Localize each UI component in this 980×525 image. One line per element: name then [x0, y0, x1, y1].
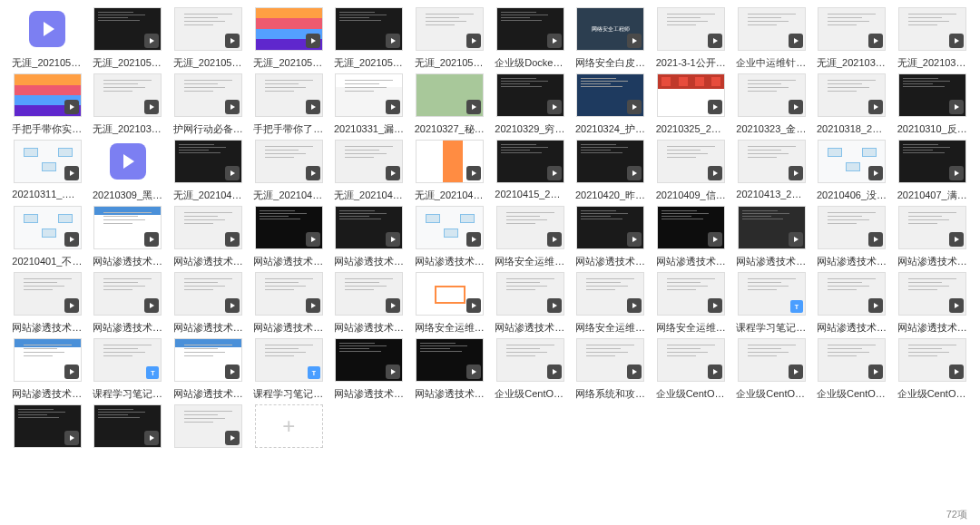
file-item[interactable]: 手把手带你了解...: [250, 73, 328, 136]
file-item[interactable]: 无涯_20210326_...: [90, 73, 167, 136]
play-icon: [627, 166, 642, 180]
file-item[interactable]: 网站渗透技术-07...: [814, 206, 891, 268]
file-thumbnail: [818, 73, 886, 117]
file-item[interactable]: [90, 404, 167, 453]
file-item[interactable]: 企业级CentOS系...: [814, 338, 891, 401]
file-item[interactable]: 网络安全运维班...: [573, 272, 650, 335]
file-thumbnail: [255, 206, 323, 249]
file-item[interactable]: 无涯_20210330_...: [894, 7, 971, 70]
file-item[interactable]: [170, 404, 247, 453]
file-item[interactable]: 20210331_漏克...: [331, 73, 408, 136]
file-label: 网络安全白皮书V...: [575, 56, 646, 70]
file-item[interactable]: 2021-3-1公开课...: [652, 7, 730, 70]
file-item[interactable]: 网站渗透技术-01...: [814, 272, 891, 335]
play-icon: [466, 34, 481, 48]
file-item[interactable]: 无涯_20210521_...: [90, 7, 167, 70]
file-item[interactable]: 网站渗透技术-04...: [250, 206, 328, 268]
file-item[interactable]: 无涯_20210328_...: [814, 7, 891, 70]
file-item[interactable]: 企业级CentOS系...: [733, 338, 810, 401]
file-item[interactable]: 网站渗透技术-05...: [492, 272, 569, 335]
file-item[interactable]: 网站渗透技术-03...: [894, 206, 971, 268]
play-icon: [386, 365, 400, 379]
play-icon: [386, 232, 400, 247]
file-item[interactable]: 网站渗透技术-05...: [170, 206, 247, 268]
file-item[interactable]: 网站渗透技术-02...: [9, 272, 86, 335]
file-item[interactable]: 网站渗透技术-04...: [894, 272, 971, 335]
file-item[interactable]: 网站渗透技术-02...: [170, 338, 247, 401]
file-item[interactable]: 20210325_21世...: [652, 73, 730, 136]
file-thumbnail: [657, 7, 725, 51]
file-item[interactable]: 20210407_满足...: [894, 140, 971, 202]
file-item[interactable]: 网络系统和攻防...: [573, 338, 650, 401]
file-item[interactable]: 无涯_20210423,...: [331, 140, 408, 202]
file-item[interactable]: 企业中运维针对...: [733, 7, 810, 70]
play-icon: [466, 298, 481, 313]
file-item[interactable]: 无涯_20210402_...: [411, 140, 488, 202]
file-item[interactable]: 20210329_穷端...: [492, 73, 569, 136]
file-item[interactable]: 护网行动必备技...: [170, 73, 247, 136]
file-item[interactable]: 20210318_21世...: [814, 73, 891, 136]
file-item[interactable]: 20210401_不会...: [9, 206, 86, 268]
file-item[interactable]: 网站渗透技术-02...: [411, 338, 488, 401]
file-item[interactable]: 企业级CentOS系...: [894, 338, 971, 401]
file-item[interactable]: 20210311_.mp4: [9, 140, 86, 202]
file-label: 20210415_2003...: [495, 189, 565, 199]
file-item[interactable]: 网站渗透技术-02...: [652, 206, 730, 268]
file-item[interactable]: 网站渗透技术-02...: [733, 206, 810, 268]
file-item[interactable]: 20210415_2003...: [492, 140, 569, 202]
file-item[interactable]: 网络安全运维班...: [492, 206, 569, 268]
file-thumbnail: [14, 272, 82, 316]
file-item[interactable]: 20210310_反黑...: [894, 73, 971, 136]
file-item[interactable]: 无涯_20210527_...: [250, 7, 328, 70]
file-thumbnail: [14, 338, 82, 382]
file-label: 网站渗透技术-09...: [253, 321, 324, 335]
file-item[interactable]: 网站渗透技术-06...: [331, 272, 408, 335]
file-item[interactable]: 网站渗透技术-02...: [331, 338, 408, 401]
play-icon: [627, 100, 642, 114]
file-item[interactable]: 网站渗透技术-03...: [9, 338, 86, 401]
file-item[interactable]: 网络安全运维班...: [411, 272, 488, 335]
file-item[interactable]: 20210323_金三...: [733, 73, 810, 136]
file-label: 20210325_21世...: [656, 122, 727, 136]
file-item[interactable]: 课程学习笔记-02...: [90, 338, 167, 401]
file-item[interactable]: 网站渗透技术-06...: [411, 206, 488, 268]
file-item[interactable]: 无涯_20210424_...: [170, 140, 247, 202]
file-label: 网站渗透技术-02...: [12, 321, 83, 335]
file-item[interactable]: 无涯_20210522_...: [170, 7, 247, 70]
file-item[interactable]: 网络安全运维班...: [652, 272, 730, 335]
file-item[interactable]: 无涯_20210529_...: [411, 7, 488, 70]
file-item[interactable]: +: [250, 404, 328, 453]
play-icon: [789, 232, 803, 247]
file-item[interactable]: 网站渗透技术-01...: [331, 206, 408, 268]
file-thumbnail: [174, 404, 242, 448]
file-label: 网站渗透技术-01...: [334, 255, 405, 268]
file-item[interactable]: 无涯_20210520_...: [9, 7, 86, 70]
file-item[interactable]: 网站渗透技术-08...: [170, 272, 247, 335]
file-item[interactable]: 无涯_20210423_...: [250, 140, 328, 202]
file-thumbnail: [818, 338, 886, 382]
file-item[interactable]: 课程学习笔记-01...: [250, 338, 328, 401]
file-item[interactable]: 无涯_20210528_...: [331, 7, 408, 70]
add-icon: +: [282, 413, 295, 439]
file-item[interactable]: 网站渗透技术-04...: [573, 206, 650, 268]
file-item[interactable]: 网站渗透技术-10...: [90, 272, 167, 335]
file-item[interactable]: 20210420_昨晚...: [573, 140, 650, 202]
file-item[interactable]: 网络安全工程师网络安全白皮书V...: [573, 7, 650, 70]
file-item[interactable]: 网站渗透技术-09...: [250, 272, 328, 335]
file-item[interactable]: 20210309_黑客...: [90, 140, 167, 202]
file-item[interactable]: 企业级CentOS系...: [492, 338, 569, 401]
file-label: 网站渗透技术-02...: [656, 255, 727, 268]
file-item[interactable]: [9, 404, 86, 453]
file-item[interactable]: 企业级CentOS系...: [652, 338, 730, 401]
file-item[interactable]: 手把手带你实现...: [9, 73, 86, 136]
file-item[interactable]: 20210327_秘钥...: [411, 73, 488, 136]
file-label: 网站渗透技术-01...: [817, 321, 887, 335]
file-item[interactable]: 课程学习笔记.txt: [733, 272, 810, 335]
video-file-icon: [29, 11, 65, 47]
file-item[interactable]: 20210409_信不...: [652, 140, 730, 202]
file-item[interactable]: 20210413_2005...: [733, 140, 810, 202]
file-item[interactable]: 企业级Docker容...: [492, 7, 569, 70]
file-item[interactable]: 20210406_没注...: [814, 140, 891, 202]
file-item[interactable]: 网站渗透技术-03...: [90, 206, 167, 268]
file-item[interactable]: 20210324_护网...: [573, 73, 650, 136]
